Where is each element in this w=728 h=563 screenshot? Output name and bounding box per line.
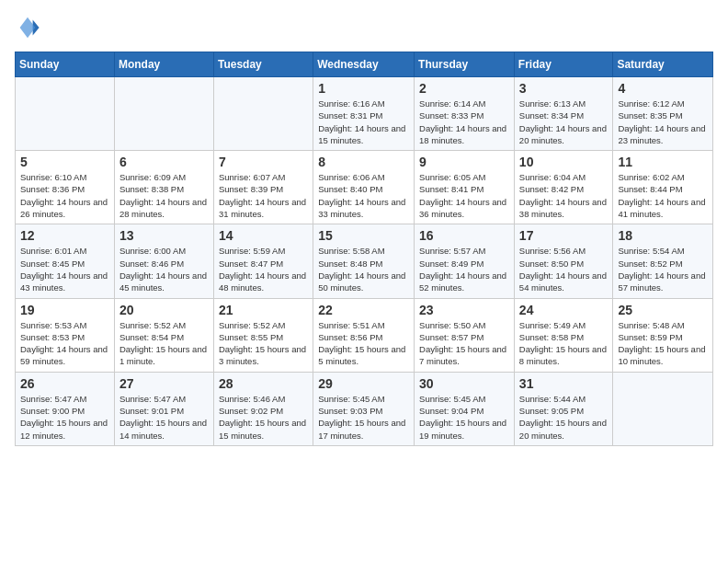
day-number: 23 [419, 303, 509, 317]
day-number: 7 [219, 155, 308, 169]
logo [15, 15, 44, 40]
calendar-cell: 9Sunrise: 6:05 AM Sunset: 8:41 PM Daylig… [415, 151, 515, 224]
calendar-cell: 10Sunrise: 6:04 AM Sunset: 8:42 PM Dayli… [514, 151, 613, 224]
calendar-cell: 7Sunrise: 6:07 AM Sunset: 8:39 PM Daylig… [213, 151, 313, 224]
calendar-cell: 16Sunrise: 5:57 AM Sunset: 8:49 PM Dayli… [415, 224, 515, 298]
calendar-cell: 31Sunrise: 5:44 AM Sunset: 9:05 PM Dayli… [514, 372, 613, 445]
day-info: Sunrise: 6:06 AM Sunset: 8:40 PM Dayligh… [318, 171, 409, 220]
calendar-cell: 22Sunrise: 5:51 AM Sunset: 8:56 PM Dayli… [313, 298, 415, 372]
day-info: Sunrise: 6:13 AM Sunset: 8:34 PM Dayligh… [519, 98, 609, 146]
day-info: Sunrise: 6:05 AM Sunset: 8:41 PM Dayligh… [419, 171, 509, 220]
calendar-cell [16, 77, 115, 151]
day-number: 21 [219, 303, 308, 317]
day-info: Sunrise: 5:50 AM Sunset: 8:57 PM Dayligh… [419, 319, 509, 368]
calendar-cell: 18Sunrise: 5:54 AM Sunset: 8:52 PM Dayli… [613, 224, 713, 298]
day-number: 26 [20, 376, 109, 391]
day-info: Sunrise: 5:56 AM Sunset: 8:50 PM Dayligh… [519, 245, 609, 293]
day-info: Sunrise: 5:44 AM Sunset: 9:05 PM Dayligh… [519, 393, 609, 442]
calendar-cell: 20Sunrise: 5:52 AM Sunset: 8:54 PM Dayli… [114, 298, 213, 372]
calendar-cell: 5Sunrise: 6:10 AM Sunset: 8:36 PM Daylig… [16, 151, 115, 224]
day-number: 31 [519, 376, 609, 391]
calendar-cell [613, 372, 713, 445]
calendar-cell: 27Sunrise: 5:47 AM Sunset: 9:01 PM Dayli… [114, 372, 213, 445]
day-info: Sunrise: 6:00 AM Sunset: 8:46 PM Dayligh… [119, 245, 209, 293]
day-info: Sunrise: 6:12 AM Sunset: 8:35 PM Dayligh… [618, 98, 708, 146]
day-info: Sunrise: 5:52 AM Sunset: 8:55 PM Dayligh… [219, 319, 308, 368]
day-info: Sunrise: 6:07 AM Sunset: 8:39 PM Dayligh… [219, 171, 308, 220]
day-number: 18 [618, 228, 708, 243]
day-number: 5 [20, 155, 109, 169]
calendar-cell: 1Sunrise: 6:16 AM Sunset: 8:31 PM Daylig… [313, 77, 415, 151]
calendar-week-row: 26Sunrise: 5:47 AM Sunset: 9:00 PM Dayli… [16, 372, 713, 445]
calendar-week-row: 1Sunrise: 6:16 AM Sunset: 8:31 PM Daylig… [16, 77, 713, 151]
day-info: Sunrise: 5:59 AM Sunset: 8:47 PM Dayligh… [219, 245, 308, 293]
day-number: 1 [318, 81, 409, 96]
day-info: Sunrise: 6:10 AM Sunset: 8:36 PM Dayligh… [20, 171, 109, 220]
day-info: Sunrise: 5:46 AM Sunset: 9:02 PM Dayligh… [219, 393, 308, 442]
day-info: Sunrise: 5:45 AM Sunset: 9:03 PM Dayligh… [318, 393, 409, 442]
calendar-cell: 6Sunrise: 6:09 AM Sunset: 8:38 PM Daylig… [114, 151, 213, 224]
day-of-week-header: Sunday [16, 52, 115, 77]
day-of-week-header: Thursday [415, 52, 515, 77]
day-info: Sunrise: 5:52 AM Sunset: 8:54 PM Dayligh… [119, 319, 209, 368]
day-number: 20 [119, 303, 209, 317]
day-number: 25 [618, 303, 708, 317]
calendar-cell: 30Sunrise: 5:45 AM Sunset: 9:04 PM Dayli… [415, 372, 515, 445]
calendar-cell: 8Sunrise: 6:06 AM Sunset: 8:40 PM Daylig… [313, 151, 415, 224]
day-info: Sunrise: 6:02 AM Sunset: 8:44 PM Dayligh… [618, 171, 708, 220]
day-info: Sunrise: 5:49 AM Sunset: 8:58 PM Dayligh… [519, 319, 609, 368]
day-of-week-header: Wednesday [313, 52, 415, 77]
calendar-cell: 4Sunrise: 6:12 AM Sunset: 8:35 PM Daylig… [613, 77, 713, 151]
day-number: 11 [618, 155, 708, 169]
calendar-cell: 3Sunrise: 6:13 AM Sunset: 8:34 PM Daylig… [514, 77, 613, 151]
calendar-cell: 25Sunrise: 5:48 AM Sunset: 8:59 PM Dayli… [613, 298, 713, 372]
calendar-cell: 11Sunrise: 6:02 AM Sunset: 8:44 PM Dayli… [613, 151, 713, 224]
day-number: 14 [219, 228, 308, 243]
day-info: Sunrise: 5:47 AM Sunset: 9:00 PM Dayligh… [20, 393, 109, 442]
day-of-week-header: Monday [114, 52, 213, 77]
calendar-cell: 15Sunrise: 5:58 AM Sunset: 8:48 PM Dayli… [313, 224, 415, 298]
day-number: 13 [119, 228, 209, 243]
calendar-cell [213, 77, 313, 151]
day-of-week-header: Tuesday [213, 52, 313, 77]
day-number: 8 [318, 155, 409, 169]
day-number: 2 [419, 81, 509, 96]
day-info: Sunrise: 5:54 AM Sunset: 8:52 PM Dayligh… [618, 245, 708, 293]
day-number: 22 [318, 303, 409, 317]
logo-icon [15, 15, 40, 40]
calendar-cell: 2Sunrise: 6:14 AM Sunset: 8:33 PM Daylig… [415, 77, 515, 151]
calendar-table: SundayMondayTuesdayWednesdayThursdayFrid… [15, 52, 713, 446]
calendar-week-row: 12Sunrise: 6:01 AM Sunset: 8:45 PM Dayli… [16, 224, 713, 298]
day-number: 16 [419, 228, 509, 243]
calendar-cell: 12Sunrise: 6:01 AM Sunset: 8:45 PM Dayli… [16, 224, 115, 298]
calendar-cell: 26Sunrise: 5:47 AM Sunset: 9:00 PM Dayli… [16, 372, 115, 445]
day-of-week-header: Friday [514, 52, 613, 77]
calendar-cell: 23Sunrise: 5:50 AM Sunset: 8:57 PM Dayli… [415, 298, 515, 372]
calendar-header: SundayMondayTuesdayWednesdayThursdayFrid… [16, 52, 713, 77]
calendar-week-row: 5Sunrise: 6:10 AM Sunset: 8:36 PM Daylig… [16, 151, 713, 224]
calendar-cell: 21Sunrise: 5:52 AM Sunset: 8:55 PM Dayli… [213, 298, 313, 372]
day-number: 27 [119, 376, 209, 391]
day-number: 28 [219, 376, 308, 391]
calendar-week-row: 19Sunrise: 5:53 AM Sunset: 8:53 PM Dayli… [16, 298, 713, 372]
calendar-cell: 24Sunrise: 5:49 AM Sunset: 8:58 PM Dayli… [514, 298, 613, 372]
day-number: 17 [519, 228, 609, 243]
day-info: Sunrise: 6:14 AM Sunset: 8:33 PM Dayligh… [419, 98, 509, 146]
calendar-cell: 19Sunrise: 5:53 AM Sunset: 8:53 PM Dayli… [16, 298, 115, 372]
day-info: Sunrise: 5:57 AM Sunset: 8:49 PM Dayligh… [419, 245, 509, 293]
day-number: 10 [519, 155, 609, 169]
day-number: 29 [318, 376, 409, 391]
calendar-cell: 29Sunrise: 5:45 AM Sunset: 9:03 PM Dayli… [313, 372, 415, 445]
calendar-body: 1Sunrise: 6:16 AM Sunset: 8:31 PM Daylig… [16, 77, 713, 446]
calendar-cell: 13Sunrise: 6:00 AM Sunset: 8:46 PM Dayli… [114, 224, 213, 298]
day-number: 15 [318, 228, 409, 243]
day-info: Sunrise: 5:45 AM Sunset: 9:04 PM Dayligh… [419, 393, 509, 442]
day-number: 30 [419, 376, 509, 391]
calendar-cell: 14Sunrise: 5:59 AM Sunset: 8:47 PM Dayli… [213, 224, 313, 298]
calendar-cell: 28Sunrise: 5:46 AM Sunset: 9:02 PM Dayli… [213, 372, 313, 445]
day-number: 24 [519, 303, 609, 317]
day-info: Sunrise: 5:58 AM Sunset: 8:48 PM Dayligh… [318, 245, 409, 293]
day-number: 9 [419, 155, 509, 169]
day-number: 3 [519, 81, 609, 96]
calendar-cell: 17Sunrise: 5:56 AM Sunset: 8:50 PM Dayli… [514, 224, 613, 298]
